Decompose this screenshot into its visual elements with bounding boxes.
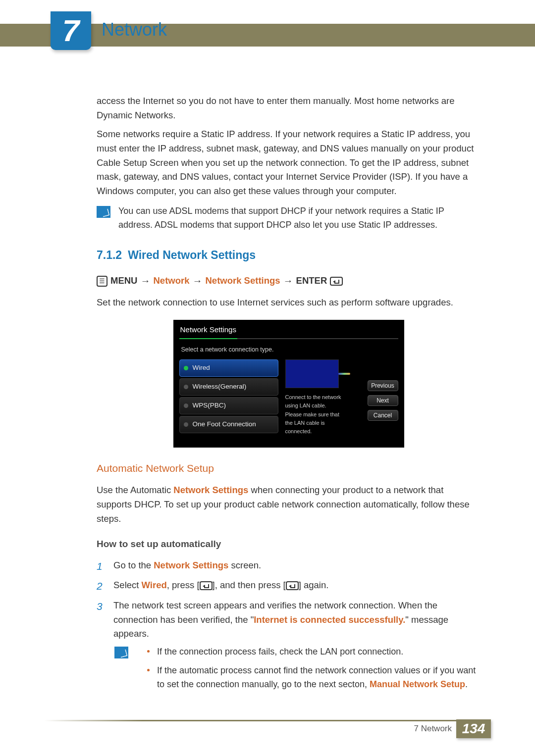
screenshot-option-wireless: Wireless(General) [179,378,278,396]
body-paragraph: Use the Automatic Network Settings when … [97,483,481,526]
step-number: 2 [97,578,107,595]
text-run: , press [ [167,580,200,590]
note-icon [97,206,110,218]
keyword: Internet is connected successfully. [254,614,405,625]
step-list: 1 Go to the Network Settings screen. 2 S… [97,558,481,641]
text-run: ], and then press [ [213,580,286,590]
text-run: Use the Automatic [97,485,173,495]
step-number: 1 [97,558,107,575]
arrow-icon: → [283,273,293,289]
note-text: You can use ADSL modems that support DHC… [118,204,481,232]
enter-button-icon [330,277,343,286]
enter-button-icon [200,581,213,590]
menu-button-icon: ☰ [97,276,107,287]
screenshot-subtitle: Select a network connection type. [181,345,398,354]
arrow-icon: → [192,273,202,289]
keyword: Wired [142,580,167,590]
text-run: screen. [228,560,261,570]
footer-divider [44,720,491,721]
step-item: 1 Go to the Network Settings screen. [97,558,481,575]
option-label: Wireless(General) [193,383,247,390]
enter-keyword: ENTER [296,274,327,288]
text-run: Select [113,580,142,590]
path-segment: Network Settings [205,274,280,288]
text-run: Go to the [113,560,154,570]
menu-path: ☰ MENU → Network → Network Settings → EN… [97,273,481,289]
screenshot-title: Network Settings [179,324,237,339]
page-body: access the Internet so you do not have t… [97,94,481,697]
screenshot-option-onefoot: One Foot Connection [179,416,278,433]
section-heading: 7.1.2Wired Network Settings [97,247,481,264]
body-paragraph: access the Internet so you do not have t… [97,94,481,122]
note-bullet: If the connection process fails, check t… [157,645,481,659]
footer-chapter-label: 7 Network [414,724,452,734]
chapter-title: Network [102,19,167,40]
howto-heading: How to set up automatically [97,537,481,551]
subsection-heading: Automatic Network Setup [97,460,481,477]
screenshot-previous-button: Previous [368,380,398,391]
note-bullet: If the automatic process cannot find the… [157,664,481,692]
divider [237,338,398,339]
radio-dot-icon [184,422,188,427]
path-segment: Network [153,274,189,288]
option-label: One Foot Connection [193,420,256,428]
option-label: WPS(PBC) [193,402,226,409]
menu-keyword: MENU [110,274,137,288]
radio-dot-icon [184,385,188,389]
note-bullet-list: If the connection process fails, check t… [144,645,481,697]
note-block: You can use ADSL modems that support DHC… [97,204,481,232]
radio-dot-icon [184,403,188,408]
radio-dot-icon [184,366,188,370]
enter-button-icon [286,581,299,590]
step-item: 3 The network test screen appears and ve… [97,599,481,641]
keyword: Manual Network Setup [370,679,465,689]
screenshot-cancel-button: Cancel [368,410,398,421]
arrow-icon: → [140,273,150,289]
note-block: If the connection process fails, check t… [97,645,481,697]
step-number: 3 [97,599,107,641]
section-title: Wired Network Settings [128,249,256,261]
screenshot-option-list: Wired Wireless(General) WPS(PBC) One Foo… [179,359,278,435]
screenshot-next-button: Next [368,395,398,406]
keyword: Network Settings [173,485,248,495]
body-paragraph: Some networks require a Static IP addres… [97,127,481,198]
body-paragraph: Set the network connection to use Intern… [97,296,481,310]
keyword: Network Settings [154,560,228,570]
section-number: 7.1.2 [97,249,122,261]
screenshot-help-text: Connect to the network using LAN cable. … [285,393,344,435]
option-label: Wired [193,364,210,371]
network-settings-screenshot: Network Settings Select a network connec… [173,320,404,448]
chapter-number-badge: 7 [51,11,91,50]
text-run: . [465,679,468,689]
screenshot-option-wired: Wired [179,359,278,377]
text-run: ] again. [299,580,329,590]
note-icon [114,647,128,658]
step-item: 2 Select Wired, press [], and then press… [97,578,481,595]
footer-page-number: 134 [456,719,491,738]
screenshot-option-wps: WPS(PBC) [179,397,278,414]
screenshot-illustration [285,359,339,388]
